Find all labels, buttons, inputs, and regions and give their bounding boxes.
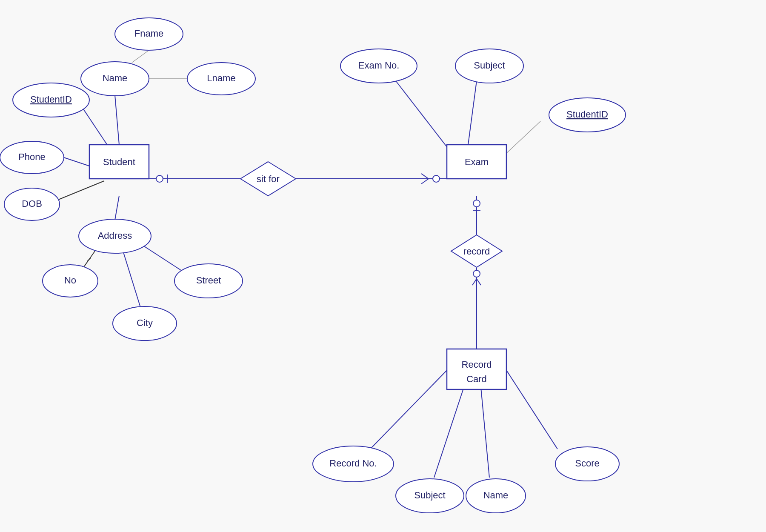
line-address-street [140, 244, 183, 272]
line-subject-exam [468, 81, 477, 145]
line-studentid-student [83, 109, 109, 147]
line-fname-name [132, 50, 149, 63]
attr-subject-exam-label: Subject [474, 60, 505, 71]
attr-no-label: No [64, 275, 76, 286]
relationship-sitfor-label: sit for [257, 174, 280, 184]
line-dob-student [55, 181, 104, 201]
line-studentid-exam [506, 121, 540, 153]
attr-fname-label: Fname [134, 28, 163, 39]
attr-address-label: Address [98, 230, 132, 241]
entity-record-card-label1: Record [462, 359, 492, 370]
attr-lname-label: Lname [207, 73, 235, 83]
line-phone-student [64, 157, 89, 166]
attr-recordno-label: Record No. [329, 458, 377, 469]
attr-studentid-exam-label: StudentID [566, 109, 608, 120]
attr-subject-rc-label: Subject [414, 490, 445, 501]
attr-score-label: Score [575, 458, 599, 469]
line-name-student [115, 95, 119, 145]
tick-address-no [87, 258, 91, 261]
cardinality-rc-cf3 [477, 279, 481, 285]
attr-studentid-label: StudentID [30, 94, 72, 105]
entity-exam-label: Exam [465, 157, 489, 167]
entity-student-label: Student [103, 157, 135, 167]
attr-dob-label: DOB [22, 198, 42, 209]
attr-examno-label: Exam No. [358, 60, 400, 71]
line-examno-exam [396, 81, 447, 147]
cardinality-rc-record-zero [473, 270, 480, 277]
cardinality-exam-zero [433, 175, 440, 182]
line-address-city [123, 252, 140, 307]
line-student-address [115, 196, 119, 220]
cardinality-rc-cf1 [472, 279, 477, 285]
line-rc-recordno [370, 370, 447, 449]
line-rc-score [506, 370, 557, 449]
attr-name-rc-label: Name [483, 490, 509, 501]
cardinality-student-zero [156, 175, 163, 182]
relationship-record-label: record [463, 246, 490, 257]
attr-street-label: Street [196, 275, 221, 286]
attr-name-label: Name [103, 73, 128, 83]
attr-phone-label: Phone [18, 152, 46, 162]
entity-record-card-label2: Card [466, 374, 487, 384]
cardinality-exam-cf1 [421, 174, 429, 179]
cardinality-exam-cf3 [421, 179, 429, 184]
attr-city-label: City [137, 317, 153, 328]
line-rc-name [481, 387, 489, 478]
line-rc-subject [434, 387, 464, 478]
cardinality-exam-record-zero [473, 200, 480, 207]
